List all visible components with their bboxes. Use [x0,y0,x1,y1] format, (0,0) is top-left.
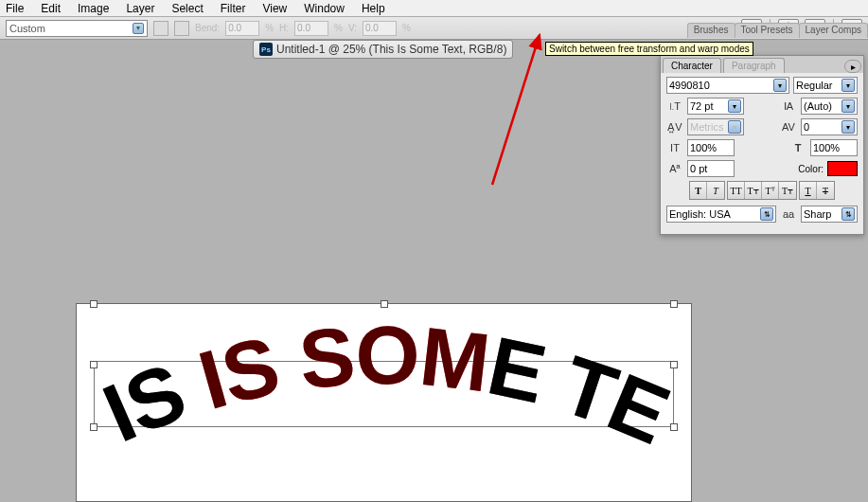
tab-paragraph[interactable]: Paragraph [723,58,785,73]
h-field: 0.0 [294,21,328,36]
warp-style-value: Custom [9,23,45,34]
subscript-button[interactable]: Tᴛ [779,182,796,199]
font-style-value: Regular [796,80,833,91]
all-caps-button[interactable]: TT [728,182,745,199]
kerning-value: Metrics [690,121,723,133]
menu-edit[interactable]: Edit [41,2,61,15]
character-panel: Character Paragraph ▸ 4990810▾ Regular▾ … [660,55,864,235]
h-label: H: [279,23,289,33]
strikethrough-button[interactable]: T [817,182,834,199]
panel-menu-icon[interactable]: ▸ [844,60,861,73]
color-swatch[interactable] [827,161,858,176]
font-size-value: 72 pt [690,100,713,112]
underline-button[interactable]: T [800,182,817,199]
hscale-icon: T [789,140,806,155]
tab-character[interactable]: Character [663,58,721,73]
svg-text:THIS IS SOME TEXT: THIS IS SOME TEXT [77,304,681,460]
color-label: Color: [798,164,824,174]
chevron-down-icon: ▾ [841,99,855,113]
svg-line-4 [492,35,540,185]
bend-field: 0.0 [225,21,259,36]
kerning-select: Metrics▾ [687,118,744,135]
font-size-icon: ꜑T [666,99,683,114]
faux-italic-button[interactable]: T [707,182,724,199]
menu-filter[interactable]: Filter [221,2,246,15]
language-value: English: USA [669,208,731,220]
vscale-icon: IT [666,140,683,155]
v-pct: % [402,23,411,33]
menu-window[interactable]: Window [304,2,345,15]
tab-brushes[interactable]: Brushes [687,23,735,38]
menu-bar: File Edit Image Layer Select Filter View… [0,0,868,17]
superscript-button[interactable]: Tᵀ [762,182,779,199]
type-style-buttons: T T TT Tᴛ Tᵀ Tᴛ T T [666,181,858,200]
bend-pct: % [265,23,274,33]
hscale-field[interactable]: 100% [810,139,858,156]
bend-label: Bend: [195,23,220,33]
antialias-icon: aa [780,206,797,222]
tracking-select[interactable]: 0▾ [801,118,858,135]
tab-tool-presets[interactable]: Tool Presets [735,23,800,38]
kerning-icon: A͍V [666,119,683,134]
faux-bold-button[interactable]: T [690,182,707,199]
font-family-value: 4990810 [669,80,710,91]
baseline-icon: Aª [666,161,683,176]
tracking-value: 0 [804,121,809,133]
v-label: V: [348,23,357,33]
language-select[interactable]: English: USA⇅ [666,206,776,223]
font-style-select[interactable]: Regular▾ [793,77,858,94]
small-caps-button[interactable]: Tᴛ [745,182,762,199]
menu-layer[interactable]: Layer [126,2,154,15]
chevron-down-icon: ▾ [841,120,855,134]
warp-style-select[interactable]: Custom ▾ [6,20,148,37]
baseline-field[interactable]: 0 pt [687,160,735,177]
menu-select[interactable]: Select [171,2,203,15]
menu-image[interactable]: Image [78,2,109,15]
canvas[interactable]: THIS IS SOME TEXT THIS IS SOME TEXT [76,303,692,502]
leading-value: (Auto) [804,100,832,112]
leading-select[interactable]: (Auto)▾ [801,98,858,115]
photoshop-icon: Ps [259,43,273,56]
menu-view[interactable]: View [262,2,287,15]
antialias-value: Sharp [804,208,831,220]
chevron-updown-icon: ⇅ [841,207,855,221]
vscale-field[interactable]: 100% [687,139,735,156]
warped-text[interactable]: THIS IS SOME TEXT THIS IS SOME TEXT [77,304,691,501]
chevron-down-icon: ▾ [133,23,144,34]
chevron-down-icon: ▾ [841,79,855,92]
font-size-select[interactable]: 72 pt▾ [687,98,744,115]
v-field: 0.0 [363,21,397,36]
orientation-vertical-icon [174,21,189,36]
orientation-horizontal-icon [153,21,168,36]
font-family-select[interactable]: 4990810▾ [666,77,789,94]
annotation-arrow [445,33,558,194]
menu-help[interactable]: Help [362,2,385,15]
tooltip: Switch between free transform and warp m… [545,42,753,56]
tab-layer-comps[interactable]: Layer Comps [799,23,868,38]
chevron-down-icon: ▾ [728,120,741,134]
menu-file[interactable]: File [6,2,24,15]
tracking-icon: AV [780,119,797,134]
chevron-updown-icon: ⇅ [760,207,773,221]
panel-tabs: Brushes Tool Presets Layer Comps [688,23,868,38]
antialias-select[interactable]: Sharp⇅ [801,206,858,223]
h-pct: % [334,23,343,33]
chevron-down-icon: ▾ [773,79,787,92]
leading-icon: ⅠA [780,99,797,114]
chevron-down-icon: ▾ [728,99,741,113]
